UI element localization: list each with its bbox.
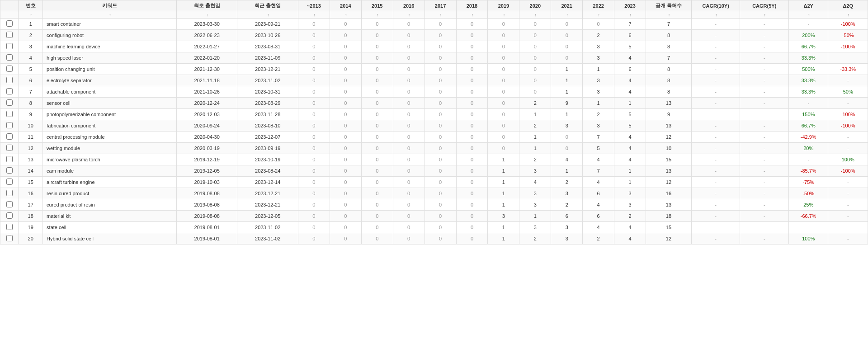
row-year-y2018: 0 [456,98,488,109]
sort-icon-2019[interactable]: ↕ [503,13,505,17]
row-checkbox-cell[interactable] [0,188,19,199]
sort-icon-2014[interactable]: ↕ [345,13,347,17]
row-checkbox[interactable] [6,122,13,128]
row-checkbox-cell[interactable] [0,120,19,132]
sort-icon-2021[interactable]: ↕ [566,13,568,17]
row-checkbox[interactable] [6,54,13,61]
row-checkbox[interactable] [6,145,13,151]
subheader-2017[interactable]: ↕ [425,11,456,19]
sort-icon-total[interactable]: ↕ [668,13,670,17]
row-checkbox[interactable] [6,167,13,174]
row-checkbox-cell[interactable] [0,143,19,154]
row-checkbox[interactable] [6,235,13,241]
subheader-cagr5[interactable]: ↕ [740,11,789,19]
subheader-2018[interactable]: ↕ [456,11,488,19]
subheader-2020[interactable]: ↕ [519,11,551,19]
row-checkbox-cell[interactable] [0,75,19,86]
row-checkbox[interactable] [6,212,13,219]
subheader-2013[interactable]: ↕ [298,11,330,19]
sort-icon-2020[interactable]: ↕ [535,13,537,17]
sort-icon-keyword[interactable]: ↕ [109,13,111,17]
sort-icon-first-date[interactable]: ↓ [206,13,208,17]
row-checkbox[interactable] [6,99,13,106]
subheader-cagr10[interactable]: ↕ [691,11,740,19]
subheader-2022[interactable]: ↕ [583,11,614,19]
table-row: 13microwave plasma torch2019-12-192023-1… [0,154,868,165]
row-checkbox-cell[interactable] [0,19,19,30]
sort-icon-cagr10[interactable]: ↕ [715,13,717,17]
row-checkbox-cell[interactable] [0,222,19,233]
sort-icon-2016[interactable]: ↕ [408,13,410,17]
row-checkbox[interactable] [6,201,13,207]
table-row: 19state cell2019-08-012023-11-0200000013… [0,222,868,233]
row-checkbox-cell[interactable] [0,233,19,244]
row-year-y2015: 0 [361,86,393,98]
sort-icon-d2y[interactable]: ↕ [808,13,810,17]
row-year-y2015: 0 [361,120,393,132]
sort-icon-2015[interactable]: ↕ [377,13,379,17]
subheader-2019[interactable]: ↕ [488,11,519,19]
sort-icon-2013[interactable]: ↕ [313,13,316,17]
row-checkbox[interactable] [6,20,13,27]
subheader-num[interactable]: ↕ [19,11,43,19]
row-checkbox[interactable] [6,156,13,162]
subheader-total[interactable]: ↕ [646,11,692,19]
subheader-d2q[interactable]: ↕ [828,11,868,19]
row-checkbox[interactable] [6,77,13,83]
subheader-first-date[interactable]: ↓ [176,11,237,19]
row-checkbox-cell[interactable] [0,64,19,75]
row-checkbox[interactable] [6,190,13,196]
row-checkbox-cell[interactable] [0,132,19,143]
row-keyword: wetting module [43,143,177,154]
row-checkbox[interactable] [6,88,13,94]
row-checkbox-cell[interactable] [0,109,19,120]
sort-icon-cagr5[interactable]: ↕ [764,13,766,17]
row-year-y2013: 0 [298,222,330,233]
row-checkbox-cell[interactable] [0,98,19,109]
subheader-last-date[interactable]: ↕ [237,11,298,19]
row-checkbox-cell[interactable] [0,199,19,211]
subheader-keyword[interactable]: ↕ [43,11,177,19]
row-keyword: electrolyte separator [43,75,177,86]
row-total: 12 [646,177,692,188]
row-year-y2016: 0 [393,52,425,64]
sort-icon-2017[interactable]: ↕ [440,13,442,17]
subheader-2023[interactable]: ↕ [614,11,646,19]
row-checkbox[interactable] [6,43,13,49]
row-checkbox-cell[interactable] [0,177,19,188]
row-year-y2022: 2 [583,233,614,244]
row-year-y2017: 0 [425,120,456,132]
subheader-2014[interactable]: ↕ [330,11,361,19]
row-checkbox[interactable] [6,32,13,38]
subheader-2016[interactable]: ↕ [393,11,425,19]
row-year-y2015: 0 [361,75,393,86]
sort-icon-num[interactable]: ↕ [30,13,32,17]
row-checkbox[interactable] [6,179,13,185]
row-checkbox[interactable] [6,224,13,230]
sort-icon-d2q[interactable]: ↕ [847,13,849,17]
row-checkbox[interactable] [6,66,13,72]
row-last-date: 2023-11-02 [237,222,298,233]
row-checkbox-cell[interactable] [0,165,19,177]
row-checkbox-cell[interactable] [0,154,19,165]
row-checkbox-cell[interactable] [0,41,19,52]
row-checkbox-cell[interactable] [0,86,19,98]
sort-icon-2023[interactable]: ↕ [629,13,632,17]
row-checkbox[interactable] [6,133,13,140]
col-header-total: 공개 특허수 [646,0,692,11]
subheader-d2y[interactable]: ↕ [789,11,828,19]
row-d2y: 500% [789,64,828,75]
row-year-y2013: 0 [298,143,330,154]
row-total: 8 [646,41,692,52]
row-checkbox[interactable] [6,111,13,117]
subheader-2015[interactable]: ↕ [361,11,393,19]
row-cagr10: - [691,75,740,86]
row-checkbox-cell[interactable] [0,52,19,64]
sort-icon-last-date[interactable]: ↕ [267,13,269,17]
row-checkbox-cell[interactable] [0,211,19,222]
row-checkbox-cell[interactable] [0,30,19,41]
row-year-y2023: 6 [614,64,646,75]
subheader-2021[interactable]: ↕ [551,11,583,19]
sort-icon-2018[interactable]: ↕ [472,13,474,17]
sort-icon-2022[interactable]: ↕ [598,13,600,17]
